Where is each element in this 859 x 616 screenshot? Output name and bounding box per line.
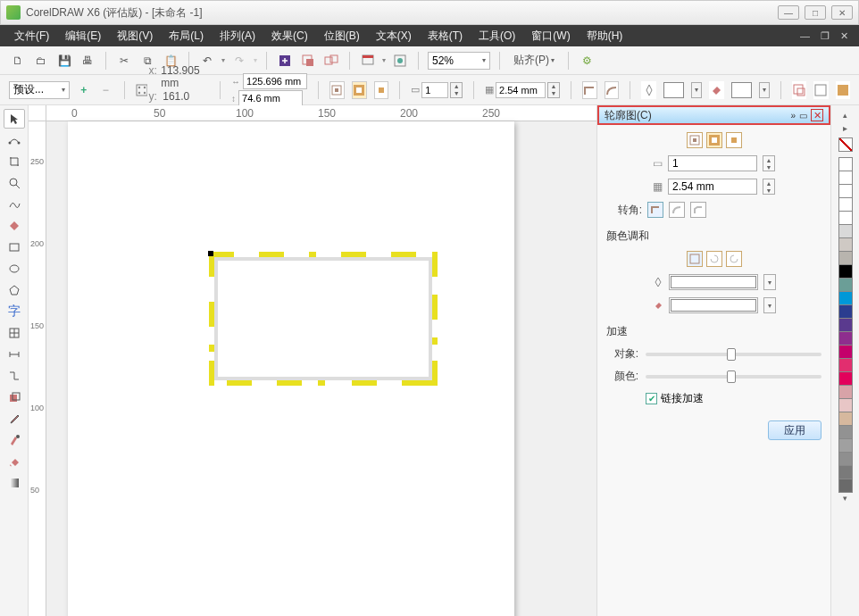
- redo-button[interactable]: ↷: [230, 52, 248, 70]
- mode-inside-button[interactable]: [706, 132, 722, 148]
- color-swatch[interactable]: [838, 157, 853, 171]
- docker-min-icon[interactable]: ▭: [799, 111, 807, 121]
- color-swatch[interactable]: [838, 398, 853, 412]
- docker-offset-spinner[interactable]: ▲▼: [763, 179, 775, 195]
- color-swatch[interactable]: [838, 318, 853, 332]
- no-color-swatch[interactable]: [838, 137, 853, 152]
- docker-steps-spinner[interactable]: ▲▼: [763, 155, 775, 171]
- color-accel-slider[interactable]: [646, 375, 821, 379]
- preset-dropdown[interactable]: 预设...▾: [9, 81, 70, 99]
- corner-bevel-button[interactable]: [690, 202, 706, 218]
- welcome-button[interactable]: [391, 52, 409, 70]
- effects-tool[interactable]: [4, 387, 25, 407]
- print-button[interactable]: 🖶: [79, 52, 96, 70]
- menu-bitmap[interactable]: 位图(B): [317, 27, 367, 46]
- selection-handle[interactable]: [208, 251, 213, 256]
- to-center-button[interactable]: [329, 81, 345, 99]
- color-swatch[interactable]: [838, 465, 853, 479]
- menu-effects[interactable]: 效果(C): [264, 27, 315, 46]
- object-accel-slider[interactable]: [646, 353, 821, 356]
- color-swatch[interactable]: [838, 251, 853, 265]
- offset-input[interactable]: 2.54 mm: [496, 82, 546, 98]
- doc-restore-button[interactable]: ❐: [817, 30, 833, 42]
- blend-cw-button[interactable]: [706, 251, 722, 267]
- outline-color-dropdown[interactable]: ▾: [691, 82, 702, 98]
- docker-header[interactable]: 轮廓图(C) » ▭ ✕: [597, 105, 830, 125]
- open-button[interactable]: 🗀: [32, 52, 50, 70]
- fill-grad-dropdown[interactable]: ▾: [763, 297, 776, 313]
- steps-spinner[interactable]: ▲▼: [450, 82, 463, 98]
- steps-input[interactable]: 1: [421, 82, 448, 98]
- import-button[interactable]: [276, 52, 294, 70]
- docker-collapse-icon[interactable]: »: [790, 111, 796, 121]
- export-button[interactable]: [299, 52, 317, 70]
- apply-button[interactable]: 应用: [768, 420, 821, 440]
- fill-gradient-picker[interactable]: [671, 299, 756, 312]
- doc-minimize-button[interactable]: —: [796, 30, 813, 42]
- blend-ccw-button[interactable]: [726, 251, 742, 267]
- docker-close-icon[interactable]: ✕: [811, 109, 823, 121]
- remove-preset-button[interactable]: −: [98, 81, 113, 99]
- color-swatch[interactable]: [838, 412, 853, 426]
- eyedropper-tool[interactable]: [4, 409, 25, 429]
- color-swatch[interactable]: [838, 385, 853, 399]
- interactive-fill-tool[interactable]: [4, 473, 25, 493]
- publish-button[interactable]: [322, 52, 340, 70]
- save-button[interactable]: 💾: [55, 52, 73, 70]
- to-inside-button[interactable]: [352, 81, 367, 99]
- app-launcher-button[interactable]: [359, 52, 377, 70]
- fill-tool[interactable]: [4, 452, 25, 471]
- color-swatch[interactable]: [838, 211, 853, 225]
- offset-spinner[interactable]: ▲▼: [547, 82, 560, 98]
- color-swatch[interactable]: [838, 331, 853, 345]
- menu-window[interactable]: 窗口(W): [524, 27, 577, 46]
- color-swatch[interactable]: [838, 358, 853, 372]
- add-preset-button[interactable]: +: [77, 81, 91, 99]
- dimension-tool[interactable]: [4, 345, 25, 364]
- menu-tools[interactable]: 工具(O): [471, 27, 522, 46]
- corner-miter-button[interactable]: [647, 202, 663, 218]
- color-swatch[interactable]: [838, 171, 853, 185]
- color-swatch[interactable]: [838, 237, 853, 252]
- color-swatch[interactable]: [838, 184, 853, 198]
- link-accel-checkbox[interactable]: ✔: [646, 393, 657, 404]
- docker-steps-input[interactable]: 1: [668, 155, 757, 171]
- corner-round-button[interactable]: [669, 202, 685, 218]
- menu-edit[interactable]: 编辑(E): [58, 27, 108, 46]
- connector-tool[interactable]: [4, 366, 25, 386]
- color-swatch[interactable]: [838, 425, 853, 439]
- zoom-tool[interactable]: [4, 173, 25, 193]
- doc-close-button[interactable]: ✕: [837, 30, 852, 42]
- color-swatch[interactable]: [838, 278, 853, 292]
- copy-props-button[interactable]: [813, 81, 828, 99]
- cut-button[interactable]: ✂: [115, 52, 133, 70]
- color-swatch[interactable]: [838, 452, 853, 466]
- menu-arrange[interactable]: 排列(A): [213, 27, 263, 46]
- mode-outside-button[interactable]: [726, 132, 742, 148]
- to-outside-button[interactable]: [374, 81, 389, 99]
- outline-color-picker[interactable]: [663, 82, 684, 98]
- fill-color-dropdown[interactable]: ▾: [759, 82, 770, 98]
- menu-table[interactable]: 表格(T): [421, 27, 470, 46]
- pick-tool[interactable]: [4, 109, 25, 129]
- color-swatch[interactable]: [838, 224, 853, 238]
- width-value[interactable]: 125.696 mm: [243, 73, 307, 89]
- color-swatch[interactable]: [838, 479, 853, 493]
- height-value[interactable]: 74.6 mm: [238, 90, 303, 106]
- corner-round-button[interactable]: [605, 81, 620, 99]
- color-swatch[interactable]: [838, 304, 853, 319]
- smart-fill-tool[interactable]: [4, 216, 25, 236]
- freehand-tool[interactable]: [4, 195, 25, 214]
- clear-button[interactable]: [836, 81, 850, 99]
- snap-dropdown[interactable]: 贴齐(P) ▾: [509, 50, 559, 71]
- ruler-origin[interactable]: [29, 105, 46, 121]
- table-tool[interactable]: [4, 323, 25, 343]
- fill-color-picker[interactable]: [731, 82, 752, 98]
- color-swatch[interactable]: [838, 264, 853, 279]
- outline-tool[interactable]: [4, 430, 25, 450]
- ellipse-tool[interactable]: [4, 259, 25, 279]
- outline-grad-dropdown[interactable]: ▾: [763, 274, 776, 290]
- zoom-level-input[interactable]: 52%▾: [428, 52, 490, 70]
- selected-object[interactable]: [209, 252, 438, 386]
- palette-up-arrow[interactable]: ▴: [838, 109, 853, 121]
